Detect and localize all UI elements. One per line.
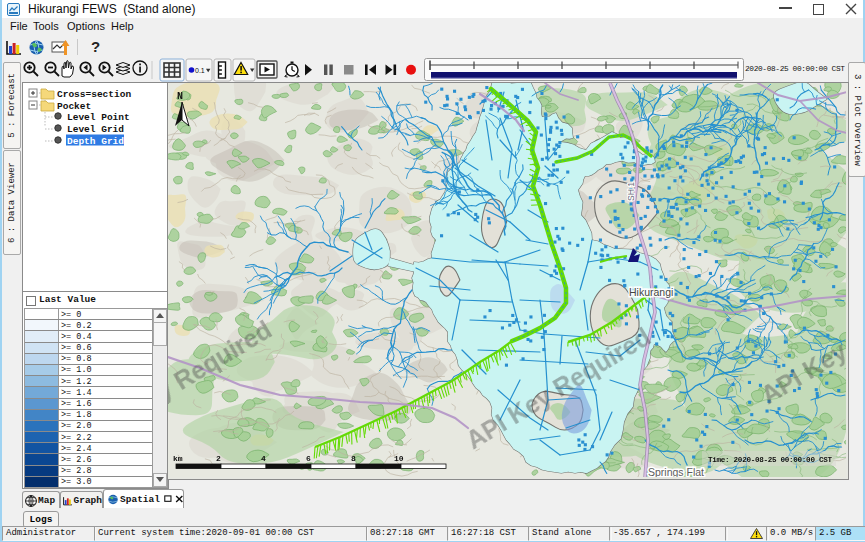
- svg-text:Pocket: Pocket: [57, 101, 91, 112]
- svg-text:km: km: [173, 454, 183, 463]
- svg-text:0.1: 0.1: [195, 67, 205, 74]
- svg-text:Time: 2020-08-25 00:00:00 CST: Time: 2020-08-25 00:00:00 CST: [708, 456, 832, 464]
- svg-text:Hikurangi: Hikurangi: [629, 286, 673, 298]
- svg-text:8: 8: [351, 454, 356, 463]
- svg-text:10: 10: [394, 454, 404, 463]
- svg-text:Level Point: Level Point: [67, 112, 130, 123]
- svg-text:SH 1: SH 1: [626, 182, 636, 201]
- svg-text:4: 4: [261, 454, 266, 463]
- svg-text:Cross=section: Cross=section: [57, 89, 131, 100]
- svg-text:Springs Flat: Springs Flat: [648, 466, 704, 477]
- svg-text:2: 2: [216, 454, 221, 463]
- svg-text:Level Grid: Level Grid: [67, 124, 124, 135]
- svg-text:Depth Grid: Depth Grid: [67, 136, 124, 147]
- svg-text:N: N: [177, 91, 183, 102]
- svg-text:6: 6: [306, 454, 311, 463]
